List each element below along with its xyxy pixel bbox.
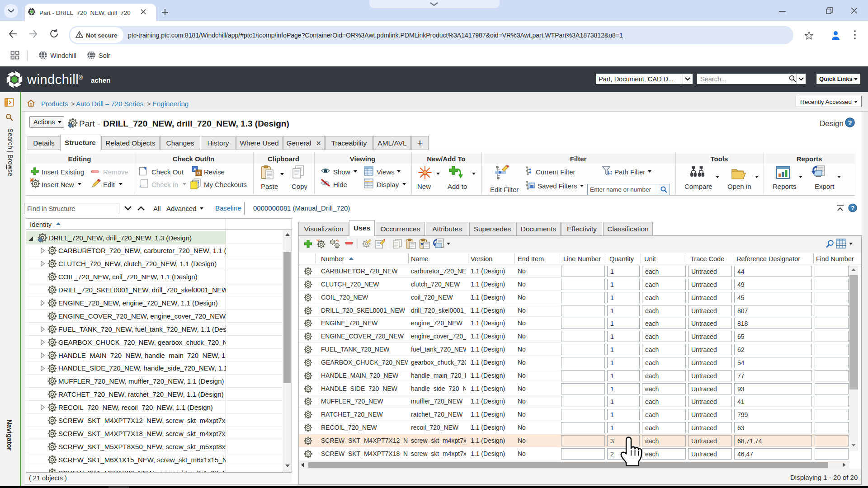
svg-text:?: ?: [848, 119, 852, 127]
svg-text:B: B: [197, 171, 200, 175]
svg-text:?: ?: [851, 205, 854, 211]
